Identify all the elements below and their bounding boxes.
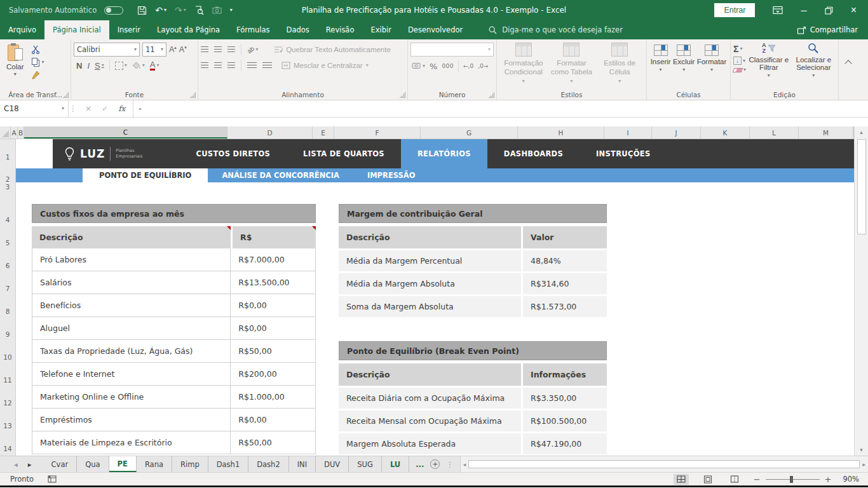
percent-style-button[interactable]: % [430, 62, 437, 71]
vertical-scrollbar-thumb[interactable] [857, 139, 866, 234]
format-painter-button[interactable] [31, 71, 44, 79]
ribbon-tab[interactable]: Fórmulas [228, 20, 278, 39]
row-header[interactable]: 11 [0, 376, 15, 384]
margem-col-descricao[interactable]: Descrição [339, 226, 521, 248]
row-header[interactable]: 9 [0, 330, 15, 338]
custos-table-row[interactable]: Taxas da Propriedade (Luz, Água, Gás) R$… [32, 340, 315, 363]
number-format-select[interactable]: ▾ [410, 43, 494, 57]
bold-button[interactable]: N [76, 61, 82, 71]
custos-col-valor[interactable]: R$ [233, 226, 316, 248]
find-select-button[interactable]: Localizar e Selecionar▾ [792, 43, 836, 89]
tell-me-search[interactable]: Diga-me o que você deseja fazer [482, 20, 629, 39]
minimize-button[interactable]: ─ [801, 6, 806, 15]
zoom-slider-handle[interactable] [790, 476, 793, 483]
zoom-in-button[interactable]: + [825, 475, 832, 484]
decrease-indent-icon[interactable] [247, 62, 257, 69]
ribbon-tab[interactable]: Revisão [318, 20, 363, 39]
column-header[interactable]: G [421, 126, 518, 139]
banner-tab[interactable]: RELATÓRIOS [401, 139, 487, 168]
print-preview-icon[interactable] [194, 6, 204, 15]
accounting-format-button[interactable]: ▾ [412, 62, 425, 70]
sheet-tab[interactable]: Dash2 [248, 456, 289, 472]
orientation-button[interactable]: ab▾ [247, 46, 258, 53]
column-header[interactable]: L [750, 126, 799, 139]
save-icon[interactable] [137, 6, 147, 15]
row-header[interactable]: 2 [0, 175, 15, 183]
ribbon-tab[interactable]: Arquivo [0, 20, 44, 39]
zoom-level[interactable]: 90% [843, 475, 859, 484]
confirm-entry-icon[interactable]: ✓ [102, 104, 108, 113]
select-all-corner[interactable] [0, 126, 11, 139]
redo-button[interactable]: ↷▾ [175, 5, 186, 15]
ribbon-tab[interactable]: Dados [278, 20, 318, 39]
cells-button[interactable]: Inserir▾ [651, 44, 671, 89]
increase-indent-icon[interactable] [262, 62, 272, 69]
shrink-font-button[interactable]: A▾ [179, 45, 187, 54]
row-header[interactable]: 6 [0, 262, 15, 269]
row-header[interactable]: 1 [0, 153, 15, 161]
align-bottom-icon[interactable] [227, 46, 235, 53]
number-dialog-launcher[interactable] [489, 92, 494, 98]
page-break-view-button[interactable] [727, 474, 742, 485]
custos-table-row[interactable]: Aluguel R$0,00 [32, 317, 315, 340]
macro-record-icon[interactable] [48, 475, 57, 483]
sheet-tab[interactable]: DUV [316, 456, 349, 472]
column-header[interactable]: H [518, 126, 604, 139]
banner-tab[interactable]: DASHBOARDS [487, 139, 580, 168]
row-header[interactable]: 12 [0, 399, 15, 407]
column-header[interactable]: C [24, 126, 227, 139]
autosum-button[interactable]: Σ▾ [733, 44, 746, 54]
sheet-tab[interactable]: Cvar [43, 456, 78, 472]
custos-table-row[interactable]: Empréstimos R$0,00 [32, 409, 315, 431]
insert-function-icon[interactable]: fx [118, 104, 125, 113]
borders-button[interactable]: ▾ [115, 62, 127, 70]
underline-button[interactable]: S▾ [95, 61, 104, 71]
zoom-out-button[interactable]: − [754, 475, 761, 484]
align-middle-icon[interactable] [214, 46, 222, 53]
formula-input[interactable]: - [133, 100, 868, 117]
row-header[interactable]: 13 [0, 422, 15, 430]
column-header[interactable]: F [334, 126, 421, 139]
copy-button[interactable]: ▾ [31, 58, 44, 67]
wrap-text-button[interactable]: Quebrar Texto Automaticamente [274, 46, 391, 53]
vertical-scrollbar[interactable]: ▴ ▾ [854, 126, 868, 456]
report-subtab[interactable]: IMPRESSÃO [353, 168, 430, 182]
font-size-select[interactable]: 11▾ [142, 43, 166, 57]
column-header[interactable]: B [18, 126, 24, 139]
next-sheet-button[interactable]: ▸ [28, 460, 32, 469]
row-header[interactable]: 8 [0, 308, 15, 315]
sheet-tab[interactable]: INI [289, 456, 316, 472]
sort-filter-button[interactable]: AZ Classificar e Filtrar▾ [749, 43, 789, 89]
align-right-icon[interactable] [227, 62, 235, 69]
ribbon-tab[interactable]: Layout da Página [149, 20, 228, 39]
style-button[interactable]: Formatar como Tabela▾ [548, 43, 595, 89]
cancel-entry-icon[interactable]: × [85, 104, 92, 113]
restore-button[interactable] [825, 6, 833, 15]
cells-button[interactable]: Formatar▾ [697, 44, 727, 89]
margem-table-row[interactable]: Soma da Margem Absoluta R$1.573,00 [339, 296, 607, 317]
custos-table-row[interactable]: Materiais de Limpeza e Escritório R$50,0… [32, 431, 315, 454]
column-header[interactable]: E [313, 126, 334, 139]
autosave-toggle[interactable] [104, 6, 123, 15]
margem-col-valor[interactable]: Valor [523, 226, 607, 248]
italic-button[interactable]: I [87, 61, 90, 71]
sign-in-button[interactable]: Entrar [714, 3, 755, 17]
report-subtab[interactable]: ANÁLISE DA CONCORRÊNCIA [208, 168, 353, 182]
normal-view-button[interactable] [674, 474, 689, 485]
column-header[interactable]: K [701, 126, 750, 139]
undo-button[interactable]: ↶▾ [155, 5, 166, 15]
fill-button[interactable]: ↓▾ [733, 57, 746, 65]
row-header[interactable]: 14 [0, 445, 15, 452]
ponto-table-row[interactable]: Receita Mensal com Ocupação Máxima R$100… [339, 410, 607, 431]
report-subtab[interactable]: PONTO DE EQUILÍBRIO [83, 168, 208, 182]
alignment-dialog-launcher[interactable] [400, 92, 405, 98]
column-header[interactable]: J [652, 126, 701, 139]
cut-button[interactable] [31, 45, 44, 54]
sheet-tab[interactable]: Rimp [172, 456, 208, 472]
column-header[interactable]: D [227, 126, 313, 139]
custos-col-descricao[interactable]: Descrição [32, 226, 231, 248]
sheet-tab[interactable]: Dash1 [208, 456, 249, 472]
clear-button[interactable]: ▾ [733, 67, 746, 72]
sheet-tab[interactable]: PE [109, 456, 137, 472]
row-header[interactable]: 5 [0, 239, 15, 247]
